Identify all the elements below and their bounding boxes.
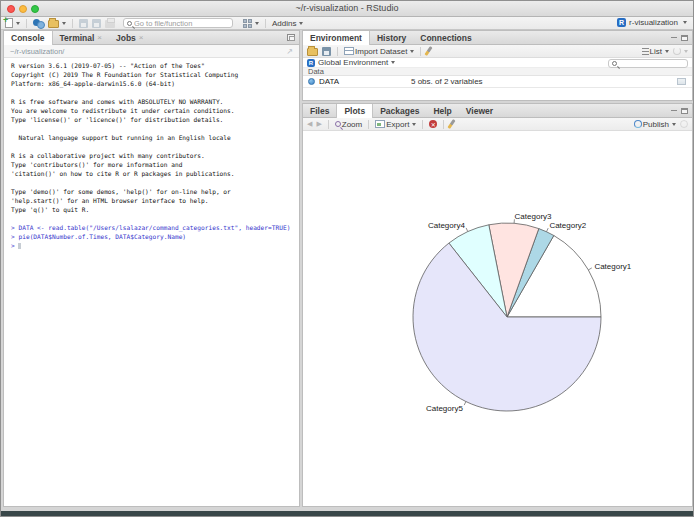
data-section-label: Data (308, 67, 324, 76)
environment-toolbar: Import Dataset List (303, 45, 692, 58)
object-summary: 5 obs. of 2 variables (411, 77, 483, 86)
toolbar-separator (328, 120, 329, 129)
addins-button[interactable]: Addins (272, 19, 303, 28)
tab-console-label: Console (11, 33, 45, 43)
pie-label: Category1 (594, 262, 631, 271)
project-menu-button[interactable]: R r-visualization (617, 18, 687, 27)
environment-pane: Environment History Connections (302, 30, 693, 101)
tab-environment[interactable]: Environment (303, 31, 370, 45)
goto-file-input[interactable] (134, 19, 224, 28)
console-line: Copyright (C) 2019 The R Foundation for … (11, 70, 299, 79)
tab-connections-label: Connections (420, 33, 471, 43)
environment-search-box (608, 59, 688, 68)
tab-plots[interactable]: Plots (336, 104, 373, 118)
clear-plots-button[interactable] (450, 119, 453, 129)
toolbar-separator (443, 120, 444, 129)
console-line: > pie(DATA$Number.of.Times, DATA$Categor… (11, 232, 299, 241)
console-line (11, 142, 299, 151)
print-button[interactable] (105, 18, 115, 28)
tab-terminal-label: Terminal (60, 33, 95, 43)
toolbar-separator (368, 120, 369, 129)
view-table-icon[interactable] (677, 78, 686, 85)
refresh-environment-button[interactable] (673, 47, 688, 55)
save-button[interactable] (79, 19, 88, 28)
environment-view-mode-button[interactable]: List (642, 47, 669, 56)
close-icon[interactable] (97, 33, 102, 42)
previous-plot-button[interactable]: ◀ (307, 120, 312, 128)
environment-search-input[interactable] (619, 60, 685, 67)
chevron-down-icon (410, 50, 414, 53)
export-label: Export (386, 120, 409, 129)
pane-layout-icon (243, 19, 252, 28)
tab-packages[interactable]: Packages (373, 104, 426, 117)
toolbar-separator (337, 47, 338, 56)
plots-tabbar: Files Plots Packages Help Viewer (303, 104, 692, 118)
tab-terminal[interactable]: Terminal (53, 31, 109, 44)
maximize-pane-icon[interactable] (287, 34, 295, 41)
console-output[interactable]: R version 3.6.1 (2019-07-05) -- "Action … (4, 58, 299, 250)
tab-jobs[interactable]: Jobs (109, 31, 151, 44)
chevron-down-icon (684, 50, 688, 53)
minimize-pane-icon[interactable] (671, 110, 677, 111)
save-workspace-button[interactable] (322, 47, 331, 56)
save-all-icon (92, 19, 101, 28)
environment-object-row[interactable]: DATA 5 obs. of 2 variables (303, 76, 692, 88)
console-line: > DATA <- read.table("/Users/lsalazar/co… (11, 223, 299, 232)
addins-label: Addins (272, 19, 296, 28)
next-plot-button[interactable]: ▶ (316, 120, 321, 128)
console-line: 'citation()' on how to cite R or R packa… (11, 169, 299, 178)
toolbar-separator (420, 47, 421, 56)
list-view-icon (642, 48, 649, 55)
refresh-plots-button[interactable] (680, 120, 688, 128)
clear-workspace-button[interactable] (427, 46, 430, 56)
open-in-files-icon[interactable] (286, 47, 293, 56)
chevron-down-icon (391, 61, 395, 64)
maximize-pane-icon[interactable] (681, 108, 688, 114)
object-name[interactable]: DATA (319, 77, 411, 86)
pane-layout-button[interactable] (243, 19, 259, 28)
zoom-icon (335, 121, 341, 127)
maximize-pane-icon[interactable] (681, 35, 688, 41)
tab-help[interactable]: Help (426, 104, 458, 117)
data-object-icon[interactable] (308, 78, 315, 85)
pie-label-tick (547, 228, 549, 232)
project-name-label: r-visualization (629, 18, 678, 27)
new-project-button[interactable] (33, 18, 44, 28)
chevron-down-icon (16, 22, 20, 25)
window-title: ~/r-visualization - RStudio (1, 3, 693, 13)
tab-connections[interactable]: Connections (413, 31, 478, 44)
tab-viewer[interactable]: Viewer (459, 104, 500, 117)
import-dataset-icon (344, 47, 354, 55)
open-folder-icon (48, 20, 59, 28)
window-bottom-edge (1, 511, 693, 516)
remove-plot-button[interactable] (429, 120, 437, 128)
close-icon[interactable] (139, 33, 144, 42)
console-line (11, 214, 299, 223)
load-workspace-button[interactable] (307, 46, 318, 56)
tab-files[interactable]: Files (303, 104, 336, 117)
search-icon (127, 21, 132, 26)
save-all-button[interactable] (92, 19, 101, 28)
tab-console[interactable]: Console (4, 31, 53, 45)
minimize-pane-icon[interactable] (671, 37, 677, 38)
tab-jobs-label: Jobs (116, 33, 136, 43)
chevron-down-icon (683, 21, 687, 24)
environment-tabbar: Environment History Connections (303, 31, 692, 45)
new-file-button[interactable] (5, 18, 20, 28)
tab-history[interactable]: History (370, 31, 413, 44)
refresh-icon (673, 47, 681, 55)
export-plot-button[interactable]: Export (375, 120, 416, 129)
new-project-icon (33, 18, 44, 28)
zoom-plot-button[interactable]: Zoom (335, 120, 362, 129)
goto-file-box (123, 18, 233, 28)
publish-button[interactable]: Publish (634, 120, 676, 129)
environment-scope-button[interactable]: Global Environment (318, 58, 395, 67)
console-pane: Console Terminal Jobs ~/r-visualization/… (3, 30, 300, 507)
broom-icon (425, 46, 433, 56)
open-file-button[interactable] (48, 18, 66, 28)
pie-label-tick (588, 268, 591, 270)
import-dataset-button[interactable]: Import Dataset (344, 47, 414, 56)
tab-environment-label: Environment (310, 33, 362, 43)
export-image-icon (375, 120, 385, 128)
tab-help-label: Help (433, 106, 451, 116)
